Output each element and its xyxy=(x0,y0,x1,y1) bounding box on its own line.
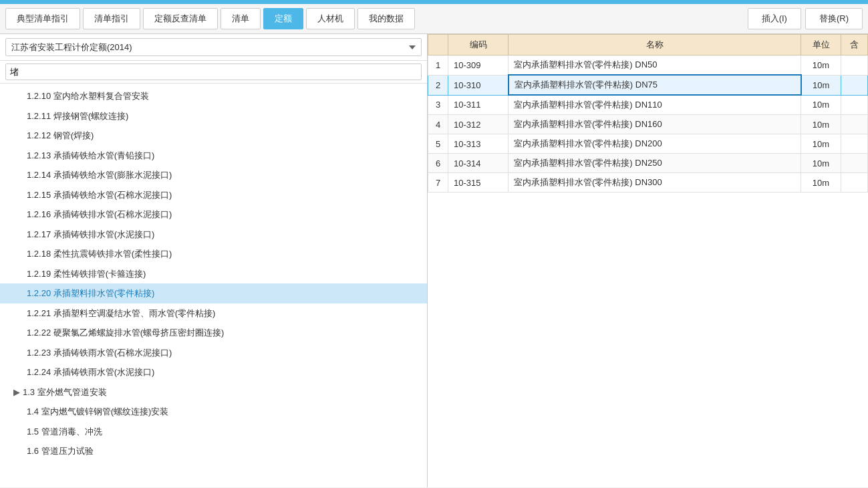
row-name: 室内承插塑料排水管(零件粘接) DN250 xyxy=(509,154,801,173)
row-extra xyxy=(841,55,868,76)
table-row[interactable]: 2 10-310 室内承插塑料排水管(零件粘接) DN75 10m xyxy=(428,75,868,95)
tree-item-15[interactable]: 1.5 管道消毒、冲洗 xyxy=(0,422,427,442)
row-extra xyxy=(841,95,868,115)
row-name: 室内承插塑料排水管(零件粘接) DN300 xyxy=(509,173,801,193)
row-num: 7 xyxy=(428,173,448,193)
row-name: 室内承插塑料排水管(零件粘接) DN110 xyxy=(509,95,801,115)
tab-bar: 典型清单指引清单指引定额反查清单清单定额人材机我的数据 插入(I) 替换(R) xyxy=(0,4,868,34)
row-num: 3 xyxy=(428,95,448,115)
tab-typical[interactable]: 典型清单指引 xyxy=(5,8,80,29)
search-input[interactable] xyxy=(5,64,422,80)
tab-list-guide[interactable]: 清单指引 xyxy=(83,8,140,29)
tree-item-1224[interactable]: 1.2.24 承插铸铁雨水管(水泥接口) xyxy=(0,362,427,382)
col-header-unit: 单位 xyxy=(801,35,841,55)
right-panel: 编码 名称 单位 含 1 10-309 室内承插塑料排水管(零件粘接) DN50… xyxy=(428,34,868,487)
tree-item-1214[interactable]: 1.2.14 承插铸铁给水管(膨胀水泥接口) xyxy=(0,165,427,185)
tab-mydata[interactable]: 我的数据 xyxy=(357,8,415,29)
tab-materials[interactable]: 人材机 xyxy=(306,8,355,29)
tree-item-1217[interactable]: 1.2.17 承插铸铁排水管(水泥接口) xyxy=(0,225,427,245)
insert-button[interactable]: 插入(I) xyxy=(748,8,801,29)
row-extra xyxy=(841,154,868,173)
col-header-name: 名称 xyxy=(509,35,801,55)
row-unit: 10m xyxy=(801,154,841,173)
table-row[interactable]: 4 10-312 室内承插塑料排水管(零件粘接) DN160 10m xyxy=(428,115,868,134)
row-num: 4 xyxy=(428,115,448,134)
table-row[interactable]: 7 10-315 室内承插塑料排水管(零件粘接) DN300 10m xyxy=(428,173,868,193)
search-row xyxy=(0,61,427,84)
left-panel: 江苏省安装工程计价定额(2014) 1.2.10 室内给水塑料复合管安装1.2.… xyxy=(0,34,428,487)
tree-item-1218[interactable]: 1.2.18 柔性抗震铸铁排水管(柔性接口) xyxy=(0,244,427,264)
row-extra xyxy=(841,75,868,95)
row-extra xyxy=(841,134,868,154)
table-row[interactable]: 5 10-313 室内承插塑料排水管(零件粘接) DN200 10m xyxy=(428,134,868,154)
row-code: 10-313 xyxy=(448,134,509,154)
row-num: 1 xyxy=(428,55,448,76)
row-name: 室内承插塑料排水管(零件粘接) DN160 xyxy=(509,115,801,134)
tree-item-1221[interactable]: 1.2.21 承插塑料空调凝结水管、雨水管(零件粘接) xyxy=(0,303,427,324)
tree-arrow-icon: ▶ xyxy=(13,386,20,399)
row-extra xyxy=(841,173,868,193)
row-unit: 10m xyxy=(801,115,841,134)
row-unit: 10m xyxy=(801,75,841,95)
row-name: 室内承插塑料排水管(零件粘接) DN50 xyxy=(509,55,801,76)
tree-item-13[interactable]: ▶1.3 室外燃气管道安装 xyxy=(0,382,427,402)
tree-container: 1.2.10 室内给水塑料复合管安装1.2.11 焊接钢管(螺纹连接)1.2.1… xyxy=(0,84,427,487)
tree-item-1212[interactable]: 1.2.12 钢管(焊接) xyxy=(0,126,427,146)
tree-item-16[interactable]: 1.6 管道压力试验 xyxy=(0,441,427,461)
col-header-num xyxy=(428,35,448,55)
tree-item-1210[interactable]: 1.2.10 室内给水塑料复合管安装 xyxy=(0,86,427,106)
row-code: 10-311 xyxy=(448,95,509,115)
row-unit: 10m xyxy=(801,134,841,154)
tree-item-1213[interactable]: 1.2.13 承插铸铁给水管(青铅接口) xyxy=(0,146,427,166)
replace-button[interactable]: 替换(R) xyxy=(805,8,863,29)
tree-item-1211[interactable]: 1.2.11 焊接钢管(螺纹连接) xyxy=(0,106,427,126)
row-num: 5 xyxy=(428,134,448,154)
quota-table: 编码 名称 单位 含 1 10-309 室内承插塑料排水管(零件粘接) DN50… xyxy=(428,34,868,193)
tree-item-1220[interactable]: 1.2.20 承插塑料排水管(零件粘接) xyxy=(0,283,427,303)
row-name: 室内承插塑料排水管(零件粘接) DN200 xyxy=(509,134,801,154)
row-name: 室内承插塑料排水管(零件粘接) DN75 xyxy=(509,75,801,95)
col-header-code: 编码 xyxy=(448,35,509,55)
row-code: 10-312 xyxy=(448,115,509,134)
row-num: 2 xyxy=(428,75,448,95)
row-extra xyxy=(841,115,868,134)
tree-item-1215[interactable]: 1.2.15 承插铸铁给水管(石棉水泥接口) xyxy=(0,185,427,205)
row-unit: 10m xyxy=(801,95,841,115)
action-buttons: 插入(I) 替换(R) xyxy=(748,8,863,29)
tab-quota-check[interactable]: 定额反查清单 xyxy=(143,8,218,29)
tab-quota[interactable]: 定额 xyxy=(263,8,303,29)
tree-item-14[interactable]: 1.4 室内燃气镀锌钢管(螺纹连接)安装 xyxy=(0,402,427,422)
row-code: 10-310 xyxy=(448,75,509,95)
table-row[interactable]: 3 10-311 室内承插塑料排水管(零件粘接) DN110 10m xyxy=(428,95,868,115)
row-num: 6 xyxy=(428,154,448,173)
tree-item-1219[interactable]: 1.2.19 柔性铸铁排管(卡箍连接) xyxy=(0,264,427,284)
col-header-extra: 含 xyxy=(841,35,868,55)
quota-library-dropdown[interactable]: 江苏省安装工程计价定额(2014) xyxy=(5,38,422,56)
tab-list[interactable]: 清单 xyxy=(221,8,261,29)
row-unit: 10m xyxy=(801,173,841,193)
table-row[interactable]: 1 10-309 室内承插塑料排水管(零件粘接) DN50 10m xyxy=(428,55,868,76)
tree-item-1223[interactable]: 1.2.23 承插铸铁雨水管(石棉水泥接口) xyxy=(0,343,427,363)
quota-library-row: 江苏省安装工程计价定额(2014) xyxy=(0,34,427,61)
row-code: 10-315 xyxy=(448,173,509,193)
tree-item-1216[interactable]: 1.2.16 承插铸铁排水管(石棉水泥接口) xyxy=(0,205,427,225)
row-code: 10-314 xyxy=(448,154,509,173)
table-row[interactable]: 6 10-314 室内承插塑料排水管(零件粘接) DN250 10m xyxy=(428,154,868,173)
row-code: 10-309 xyxy=(448,55,509,76)
tree-item-1222[interactable]: 1.2.22 硬聚氯乙烯螺旋排水管(螺母挤压密封圈连接) xyxy=(0,323,427,343)
row-unit: 10m xyxy=(801,55,841,76)
